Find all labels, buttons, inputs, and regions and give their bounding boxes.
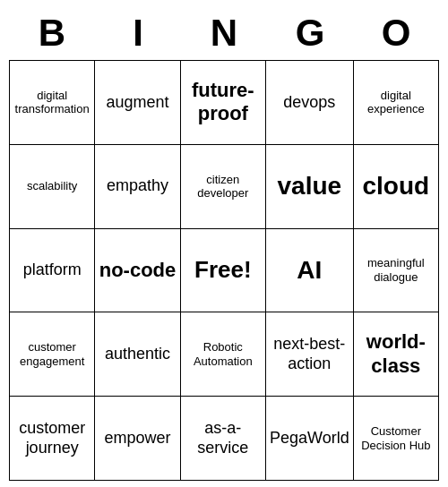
bingo-cell: devops [266,61,354,145]
bingo-cell: AI [266,229,354,313]
bingo-grid: digital transformationaugmentfuture-proo… [9,60,439,481]
header-o: O [353,6,439,60]
bingo-cell: customer engagement [10,312,95,397]
bingo-cell: as-a-service [181,397,266,481]
bingo-cell: digital transformation [10,61,95,145]
bingo-cell: no-code [95,229,180,313]
bingo-cell: platform [10,229,95,313]
bingo-header: B I N G O [9,6,439,60]
bingo-cell: future-proof [181,61,266,145]
bingo-cell: cloud [354,145,439,229]
bingo-cell: authentic [95,312,180,397]
bingo-cell: citizen developer [181,145,266,229]
header-b: B [9,6,95,60]
bingo-cell: Free! [181,229,266,313]
bingo-cell: customer journey [10,397,95,481]
bingo-cell: augment [95,61,180,145]
bingo-cell: value [266,145,354,229]
bingo-cell: PegaWorld [266,397,354,481]
bingo-cell: digital experience [354,61,439,145]
bingo-cell: world-class [354,312,439,397]
bingo-cell: empower [95,397,180,481]
bingo-cell: next-best-action [266,312,354,397]
bingo-cell: meaningful dialogue [354,229,439,313]
bingo-cell: Robotic Automation [181,312,266,397]
header-i: I [95,6,181,60]
bingo-cell: scalability [10,145,95,229]
bingo-cell: empathy [95,145,180,229]
bingo-cell: Customer Decision Hub [354,397,439,481]
header-g: G [267,6,353,60]
header-n: N [181,6,267,60]
bingo-card: B I N G O digital transformationaugmentf… [9,6,439,481]
